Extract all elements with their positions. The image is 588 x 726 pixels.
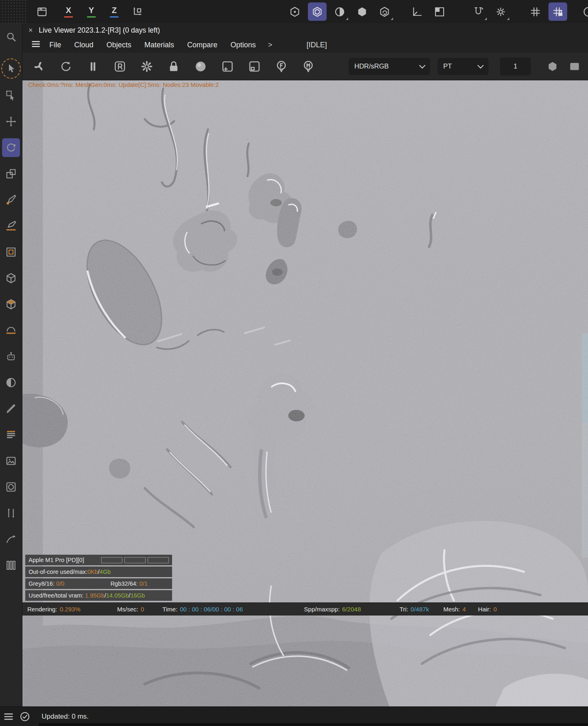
quad-square-icon (433, 6, 446, 18)
outofcore-max: 4Gb (99, 567, 111, 577)
colorspace-select[interactable]: HDR/sRGB (349, 58, 430, 75)
scale-tool[interactable] (2, 164, 20, 183)
vram-label: Used/free/total vram: (29, 590, 84, 601)
box-select-tool[interactable] (2, 86, 20, 105)
paint-tool[interactable] (2, 399, 20, 418)
render-viewport[interactable]: Check:0ms:?ms: MeshGen:0ms: Update[C]:5m… (22, 80, 588, 706)
select-tool[interactable] (1, 58, 21, 79)
menu-overflow[interactable]: > (262, 41, 278, 49)
close-icon[interactable]: × (22, 26, 39, 35)
partial-circle-icon[interactable] (579, 2, 588, 21)
magnet-snap-icon[interactable] (469, 2, 488, 21)
gizmo-group (128, 2, 147, 21)
time-label: Time: (162, 606, 177, 613)
viewport-layout-icon[interactable] (33, 2, 51, 21)
subsample-icon[interactable] (543, 57, 562, 75)
lock-viewport-button[interactable] (164, 57, 183, 76)
add-render-region-button[interactable] (218, 57, 237, 76)
points-mode-icon[interactable] (285, 2, 304, 21)
menu-item-options[interactable]: Options (224, 41, 262, 49)
debug-stats-line: Check:0ms:?ms: MeshGen:0ms: Update[C]:5m… (28, 81, 219, 88)
axis-z-button[interactable]: Z (105, 2, 123, 21)
grey-stat: Grey8/16: 0/0 (29, 578, 64, 589)
clear-render-region-button[interactable] (245, 57, 264, 76)
hamburger-icon[interactable] (31, 39, 43, 51)
dock-handle[interactable] (0, 0, 26, 23)
cube-icon (5, 272, 17, 284)
menu-item-file[interactable]: File (43, 41, 68, 49)
grid-group (526, 2, 567, 21)
polygons-mode-icon[interactable] (330, 2, 349, 21)
refresh-render-button[interactable] (57, 57, 75, 76)
rotate-tool[interactable] (2, 138, 20, 157)
grid-icon[interactable] (526, 2, 545, 21)
render-settings-button[interactable] (137, 57, 156, 76)
camera-target-tool[interactable] (2, 321, 20, 340)
histogram-tool[interactable] (2, 556, 20, 575)
menu-item-cloud[interactable]: Cloud (68, 41, 100, 49)
background-image-tool[interactable] (2, 452, 20, 470)
rendering-label: Rendering: (27, 606, 57, 613)
focus-picker-button[interactable] (272, 57, 291, 76)
time-value: 00 : 00 : 06/00 : 00 : 06 (180, 606, 243, 613)
sphere-icon (5, 376, 17, 389)
coord-group (408, 2, 449, 21)
material-picker-button[interactable] (299, 57, 318, 76)
move-tool[interactable] (2, 112, 20, 131)
update-status-icon[interactable] (17, 709, 33, 724)
grid-lock-icon[interactable] (548, 2, 567, 21)
outofcore-label: Out-of-core used/max: (29, 567, 87, 577)
vram-used: 1.95Gb (85, 590, 105, 601)
pause-render-button[interactable] (84, 57, 102, 76)
gpu-meter-cells (101, 557, 169, 563)
quantize-icon[interactable] (430, 2, 449, 21)
texture-row: Grey8/16: 0/0 Rgb32/64: 0/1 (25, 578, 172, 589)
kernel-select[interactable]: PT (438, 58, 489, 75)
pin-f-icon (274, 60, 288, 73)
material-picker-tool[interactable] (2, 190, 20, 209)
passes-input[interactable] (500, 58, 531, 75)
circle-logo-icon (582, 6, 588, 18)
lens-tool[interactable] (2, 478, 20, 496)
gpu-meter-cell (101, 557, 122, 563)
top-toolbar: X Y Z (0, 0, 588, 24)
environment-tool[interactable] (2, 373, 20, 392)
render-region-tool[interactable] (2, 243, 20, 261)
footer-strip (39, 723, 588, 726)
instance-mode-icon[interactable] (375, 2, 394, 21)
snap-settings-icon[interactable] (491, 2, 510, 21)
object-selection-tool[interactable] (2, 295, 20, 314)
footer-menu-icon[interactable] (1, 709, 16, 724)
viewport-frame-icon[interactable] (565, 57, 584, 75)
realtime-render-button[interactable] (111, 57, 129, 76)
axis-x-button[interactable]: X (60, 2, 77, 21)
search-tool[interactable] (2, 27, 20, 46)
device-row: Apple M1 Pro [PD][0] (25, 555, 172, 565)
photo-icon (5, 455, 17, 467)
white-balance-tool[interactable] (2, 269, 20, 288)
edges-mode-icon[interactable] (308, 2, 327, 21)
hex-filled-icon (356, 6, 368, 18)
response-curve-tool[interactable] (2, 530, 20, 549)
device-panel: Apple M1 Pro [PD][0] Out-of-core used/ma… (25, 555, 172, 601)
focus-picker-tool[interactable] (2, 217, 20, 235)
bars-icon (5, 559, 17, 571)
hair-value: 0 (493, 606, 497, 613)
footer-bar: Updated: 0 ms. (0, 706, 588, 726)
menu-item-compare[interactable]: Compare (181, 41, 224, 49)
render-passes-tool[interactable] (2, 425, 20, 444)
rgb-stat: Rgb32/64: 0/1 (111, 578, 148, 589)
object-mode-icon[interactable] (353, 2, 371, 21)
menu-item-objects[interactable]: Objects (100, 41, 138, 49)
clay-mode-button[interactable] (191, 57, 210, 76)
workplane-icon[interactable] (408, 2, 427, 21)
axis-gizmo-icon[interactable] (128, 2, 147, 21)
menu-item-materials[interactable]: Materials (138, 41, 181, 49)
tri-label: Tri: (400, 606, 408, 613)
axis-y-button[interactable]: Y (82, 2, 100, 21)
restart-render-button[interactable] (30, 57, 49, 76)
render-buttons (30, 57, 318, 76)
lock-camera-tool[interactable] (2, 347, 20, 366)
grid-icon (529, 6, 542, 18)
resolution-tool[interactable] (2, 504, 20, 522)
